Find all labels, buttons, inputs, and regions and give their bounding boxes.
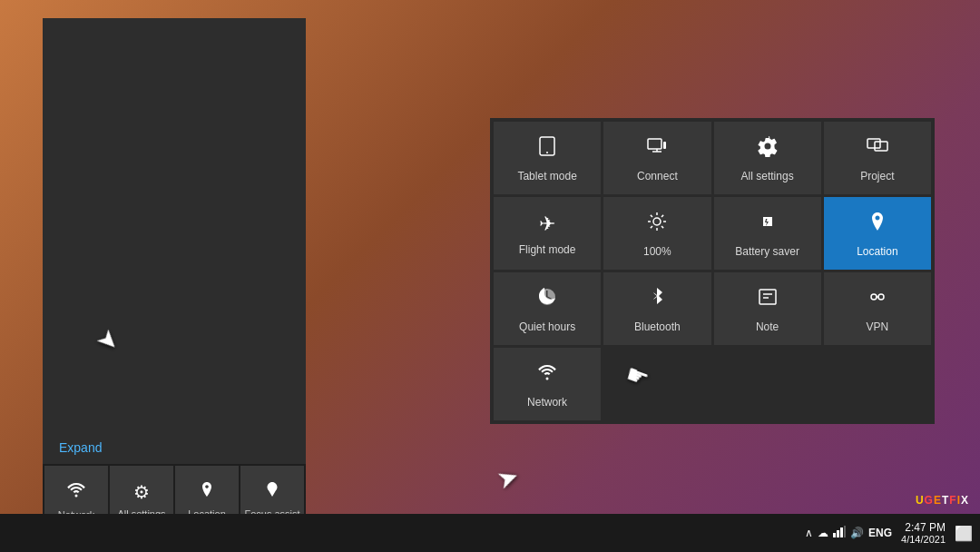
project-icon — [867, 135, 888, 163]
network-icon — [66, 479, 86, 504]
action-center-expanded: Tablet mode Connect All settings — [490, 118, 935, 424]
network-taskbar-icon[interactable] — [833, 526, 846, 541]
tablet-mode-label: Tablet mode — [517, 170, 576, 182]
bluetooth-label: Bluetooth — [634, 320, 681, 333]
svg-point-21 — [871, 294, 877, 300]
bluetooth-icon — [648, 286, 666, 313]
taskbar: ∧ ☁ 🔊 ENG 2:47 PM 4/14/2021 ⬜ — [0, 514, 980, 552]
tablet-mode-icon — [536, 135, 558, 163]
grid-tile-bluetooth[interactable]: Bluetooth — [603, 272, 710, 345]
svg-rect-18 — [760, 290, 776, 304]
svg-point-9 — [653, 218, 661, 225]
grid-tile-network-exp[interactable]: Network — [494, 348, 601, 420]
svg-rect-7 — [867, 139, 880, 148]
chevron-up-icon[interactable]: ∧ — [805, 527, 813, 539]
svg-rect-3 — [648, 139, 662, 149]
grid-tile-note[interactable]: Note — [714, 272, 821, 345]
grid-tile-brightness[interactable]: 100% — [603, 197, 710, 270]
grid-tile-connect[interactable]: Connect — [603, 122, 710, 194]
flight-mode-label: Flight mode — [519, 243, 576, 256]
expand-label: Expand — [59, 440, 102, 455]
network-exp-icon — [536, 361, 558, 389]
svg-point-0 — [75, 495, 78, 498]
quiet-hours-label: Quiet hours — [519, 320, 575, 333]
action-center-left: Expand Network ⚙ All settings — [43, 18, 306, 536]
svg-rect-25 — [833, 533, 836, 537]
grid-tile-tablet-mode[interactable]: Tablet mode — [494, 122, 601, 194]
grid-tile-all-settings[interactable]: All settings — [714, 122, 821, 194]
note-label: Note — [756, 320, 779, 333]
grid-tile-location[interactable]: Location — [824, 197, 931, 270]
location-active-label: Location — [857, 245, 897, 258]
connect-icon — [646, 135, 668, 163]
connect-label: Connect — [637, 170, 678, 182]
bottom-arrow: ➤ — [493, 460, 523, 496]
language-indicator[interactable]: ENG — [868, 527, 892, 539]
svg-line-14 — [651, 215, 652, 217]
focus-assist-icon — [263, 480, 281, 503]
quiet-hours-icon — [536, 286, 558, 313]
quick-grid: Tablet mode Connect All settings — [494, 122, 931, 420]
vpn-icon — [867, 286, 888, 313]
network-exp-label: Network — [527, 396, 567, 409]
note-icon — [757, 286, 779, 313]
svg-line-16 — [662, 215, 663, 217]
watermark: UGETFIX — [916, 494, 969, 507]
svg-rect-4 — [663, 142, 666, 149]
all-settings-label: All settings — [741, 170, 794, 182]
svg-rect-8 — [875, 142, 887, 151]
grid-tile-quiet-hours[interactable]: Quiet hours — [494, 272, 601, 345]
svg-rect-26 — [837, 530, 839, 537]
svg-line-17 — [651, 226, 652, 228]
taskbar-systray: ∧ ☁ 🔊 ENG — [805, 526, 892, 541]
svg-rect-28 — [844, 526, 846, 537]
volume-icon[interactable]: 🔊 — [850, 527, 864, 539]
expand-area[interactable]: Expand — [43, 429, 306, 464]
grid-tile-battery-saver[interactable]: Battery saver — [714, 197, 821, 270]
battery-saver-label: Battery saver — [735, 245, 799, 258]
settings-icon: ⚙ — [133, 481, 150, 503]
brightness-icon — [646, 211, 668, 238]
location-icon — [198, 480, 216, 503]
grid-tile-vpn[interactable]: VPN — [824, 272, 931, 345]
flight-mode-icon: ✈ — [539, 212, 555, 236]
grid-tile-flight-mode[interactable]: ✈ Flight mode — [494, 197, 601, 270]
battery-saver-icon — [757, 211, 779, 238]
svg-point-22 — [878, 294, 884, 300]
svg-rect-27 — [840, 527, 843, 537]
all-settings-icon — [757, 135, 779, 163]
location-active-icon — [867, 211, 888, 238]
project-label: Project — [860, 170, 894, 182]
vpn-label: VPN — [867, 320, 889, 333]
brightness-label: 100% — [643, 245, 671, 258]
taskbar-time[interactable]: 2:47 PM 4/14/2021 — [901, 521, 946, 545]
svg-point-24 — [546, 378, 549, 380]
cloud-icon[interactable]: ☁ — [818, 527, 828, 539]
notification-icon[interactable]: ⬜ — [955, 525, 973, 542]
clock-time: 2:47 PM — [905, 521, 946, 534]
grid-tile-project[interactable]: Project — [824, 122, 931, 194]
clock-date: 4/14/2021 — [901, 534, 946, 545]
svg-line-15 — [662, 226, 663, 228]
svg-point-2 — [546, 152, 548, 153]
